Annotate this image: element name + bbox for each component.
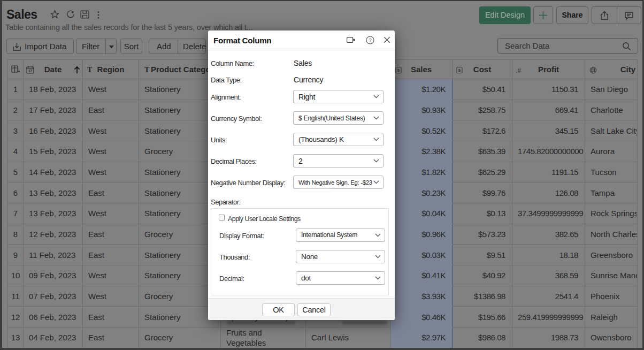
svg-text:$: $: [397, 68, 400, 73]
svg-text:?: ?: [369, 37, 372, 43]
svg-text:$: $: [458, 68, 461, 73]
svg-text:17: 17: [28, 69, 33, 73]
